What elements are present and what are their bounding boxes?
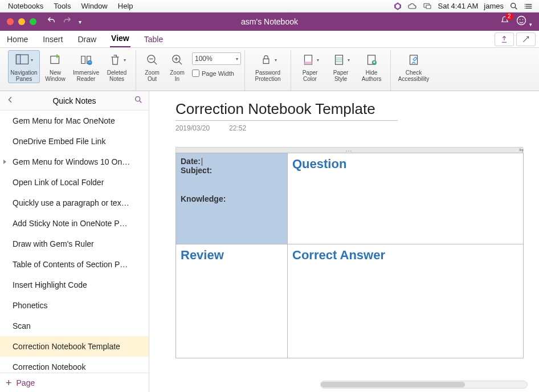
paper-style-button[interactable]: ▾ Paper Style [325, 50, 356, 82]
display-icon[interactable] [423, 2, 432, 11]
svg-rect-28 [263, 59, 269, 63]
fullscreen-button[interactable] [516, 32, 536, 46]
svg-line-39 [140, 101, 141, 103]
window-minimize-button[interactable] [18, 18, 25, 25]
svg-point-13 [519, 19, 520, 21]
paper-color-button[interactable]: ▾ Paper Color [295, 50, 325, 82]
page-item[interactable]: Insert Highlight Code [0, 275, 149, 295]
tab-view[interactable]: View [110, 30, 130, 47]
account-button[interactable]: ▾ [516, 15, 532, 28]
table-frame-handle[interactable]: ⇆ [175, 147, 523, 153]
menu-window[interactable]: Window [81, 2, 108, 10]
note-time: 22:52 [229, 124, 246, 132]
check-accessibility-button[interactable]: Check Accessibility [394, 50, 433, 82]
window-titlebar: ▾ asm's Notebook 2 ▾ [0, 13, 539, 31]
cloud-icon[interactable] [408, 2, 417, 11]
page-item[interactable]: Scan [0, 316, 149, 336]
gem-menubar-icon[interactable] [393, 2, 402, 11]
ribbon-view: ▾ Navigation Panes New Window Immersive … [0, 48, 539, 91]
page-item[interactable]: Correction Notebook Template [0, 336, 149, 357]
svg-point-11 [525, 7, 525, 8]
redo-button[interactable] [63, 16, 72, 27]
svg-point-10 [525, 6, 525, 6]
zoom-select[interactable]: 100%▾ [192, 52, 241, 65]
ribbon-tabs: Home Insert Draw View Table [0, 31, 539, 48]
horizontal-scrollbar[interactable] [320, 381, 528, 389]
svg-rect-3 [426, 5, 431, 9]
window-maximize-button[interactable] [30, 18, 36, 25]
tab-table[interactable]: Table [143, 31, 164, 47]
hide-authors-button[interactable]: Hide Authors [356, 50, 387, 82]
share-button[interactable] [495, 32, 514, 46]
zoom-in-button[interactable]: Zoom In [165, 50, 190, 82]
tab-draw[interactable]: Draw [76, 31, 97, 47]
plus-icon: + [6, 378, 12, 388]
immersive-reader-button[interactable]: Immersive Reader [71, 50, 101, 82]
add-page-button[interactable]: + Page [0, 373, 149, 392]
svg-rect-16 [16, 55, 20, 64]
cell-info[interactable]: Date: Subject: Knowledge: [176, 153, 288, 244]
note-title[interactable]: Correction Notebook Template [175, 100, 398, 121]
page-sidebar: Quick Notes Gem Menu for Mac OneNoteOneD… [0, 91, 149, 392]
navigation-panes-button[interactable]: ▾ Navigation Panes [8, 50, 40, 83]
page-item[interactable]: Draw with Gem's Ruler [0, 234, 149, 254]
undo-button[interactable] [47, 16, 56, 27]
cell-correct-answer[interactable]: Correct Answer [288, 244, 524, 358]
page-item[interactable]: Correction Notebook [0, 357, 149, 373]
quick-access-more[interactable]: ▾ [79, 19, 81, 25]
svg-rect-30 [305, 62, 312, 64]
menubar-user[interactable]: james [484, 2, 504, 10]
svg-rect-17 [51, 56, 59, 64]
menu-tools[interactable]: Tools [54, 2, 71, 10]
cell-review[interactable]: Review [176, 244, 288, 358]
notification-badge: 2 [505, 13, 513, 20]
page-item[interactable]: Open Link of Local Folder [0, 172, 149, 193]
password-protection-button[interactable]: ▾ Password Protection [248, 50, 287, 82]
zoom-out-button[interactable]: Zoom Out [140, 50, 165, 82]
svg-line-22 [154, 62, 157, 64]
back-button[interactable] [6, 95, 15, 107]
svg-point-12 [517, 17, 525, 25]
page-item[interactable]: Gem Menu for Windows 10 On… [0, 152, 149, 172]
window-close-button[interactable] [7, 18, 14, 25]
menu-notebooks[interactable]: Notebooks [8, 2, 43, 10]
tab-insert[interactable]: Insert [42, 31, 64, 47]
sidebar-search-button[interactable] [134, 95, 143, 107]
correction-table[interactable]: Date: Subject: Knowledge: Question Revie… [175, 153, 524, 358]
page-item[interactable]: Add Sticky Note in OneNote P… [0, 213, 149, 234]
svg-point-38 [136, 96, 140, 101]
notifications-button[interactable]: 2 [500, 15, 510, 28]
spotlight-icon[interactable] [509, 2, 518, 11]
section-title: Quick Notes [15, 96, 134, 105]
menu-help[interactable]: Help [118, 2, 133, 10]
note-canvas[interactable]: Correction Notebook Template 2019/03/20 … [149, 91, 539, 392]
svg-line-25 [179, 62, 182, 64]
cell-question[interactable]: Question [288, 153, 524, 244]
page-item[interactable]: OneDrive Embed File Link [0, 131, 149, 152]
mac-menubar: Notebooks Tools Window Help Sat 4:41 AM … [0, 0, 539, 13]
page-item[interactable]: Table of Contents of Section P… [0, 254, 149, 275]
svg-point-9 [525, 4, 525, 5]
page-width-checkbox[interactable]: Page Width [192, 70, 241, 77]
svg-line-5 [515, 7, 517, 9]
menubar-clock[interactable]: Sat 4:41 AM [438, 2, 478, 10]
tab-home[interactable]: Home [6, 31, 29, 47]
note-date: 2019/03/20 [175, 124, 210, 132]
deleted-notes-button[interactable]: ▾ Deleted Notes [101, 50, 132, 82]
new-window-button[interactable]: New Window [40, 50, 71, 82]
menu-list-icon[interactable] [524, 2, 533, 11]
page-item[interactable]: Quickly use a paragraph or tex… [0, 193, 149, 213]
page-item[interactable]: Phonetics [0, 295, 149, 316]
page-item[interactable]: Gem Menu for Mac OneNote [0, 111, 149, 131]
svg-point-4 [511, 3, 516, 7]
svg-point-20 [87, 60, 92, 65]
svg-point-14 [522, 19, 523, 21]
